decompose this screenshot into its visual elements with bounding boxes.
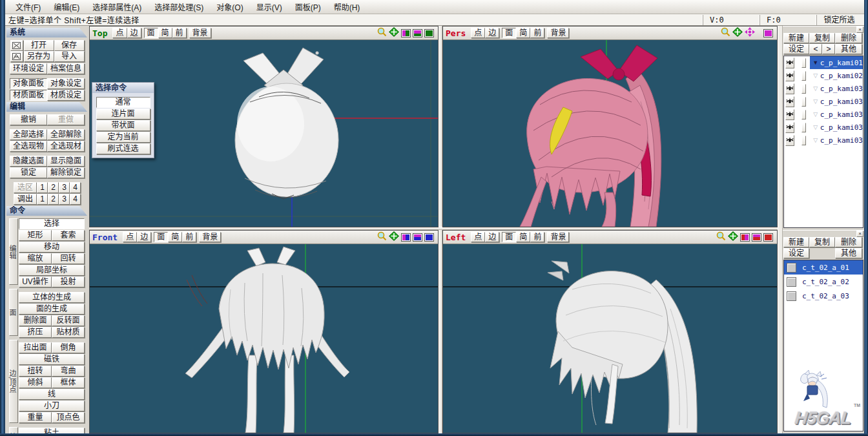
object-row[interactable]: ▽c_p_kami03 bbox=[784, 82, 863, 95]
object-new-button[interactable]: 新建 bbox=[783, 33, 809, 43]
object-name[interactable]: c_p_kami01 bbox=[820, 59, 863, 67]
object-panel-titlebar[interactable]: × bbox=[783, 26, 864, 32]
magnet-button[interactable]: 磁铁 bbox=[19, 354, 85, 365]
lock-selection-button[interactable]: 锁定所选 bbox=[816, 15, 862, 25]
material-name[interactable]: c_t_02_a_01 bbox=[802, 264, 849, 272]
object-name[interactable]: c_p_kami03 bbox=[820, 85, 863, 93]
unlock-button[interactable]: 解除锁定 bbox=[47, 167, 85, 178]
select-command-button[interactable]: 选择 bbox=[19, 218, 85, 229]
move-button[interactable]: 移动 bbox=[19, 242, 85, 253]
front-view-chip-1[interactable] bbox=[401, 233, 411, 242]
deselect-all-button[interactable]: 全部解除 bbox=[47, 129, 85, 140]
weight-button[interactable]: 重量 bbox=[19, 412, 52, 423]
hide-selected-button[interactable]: 隐藏选面 bbox=[10, 156, 47, 167]
material-settings-button2[interactable]: 设定 bbox=[783, 248, 809, 258]
material-delete-button[interactable]: 删除 bbox=[835, 237, 862, 247]
top-front-mode-button[interactable]: 前 bbox=[172, 28, 187, 38]
top-view-chip-1[interactable] bbox=[401, 29, 411, 37]
save-as-button[interactable]: 另存为 bbox=[24, 51, 54, 62]
bevel-button[interactable]: 倒角 bbox=[52, 342, 85, 353]
expand-triangle-icon[interactable]: ▽ bbox=[811, 124, 820, 130]
tab-face-commands[interactable]: 面 bbox=[9, 289, 18, 336]
uv-operate-button[interactable]: UV操作 bbox=[19, 276, 52, 287]
left-simple-mode-button[interactable]: 简 bbox=[516, 232, 530, 242]
object-row[interactable]: ▽c_p_kami02 bbox=[784, 69, 863, 82]
solid-generate-button[interactable]: 立体的生成 bbox=[19, 292, 85, 303]
material-settings-button[interactable]: 材质设定 bbox=[47, 90, 85, 101]
left-face-mode-button[interactable]: 面 bbox=[502, 232, 516, 242]
object-name[interactable]: c_p_kami03 bbox=[820, 98, 863, 106]
menu-selection-attr[interactable]: 选择部属性(A) bbox=[86, 0, 148, 14]
front-pan-icon[interactable] bbox=[389, 231, 399, 243]
lock-checkbox[interactable] bbox=[801, 136, 806, 145]
visibility-eye-icon[interactable] bbox=[785, 57, 794, 68]
top-point-mode-button[interactable]: 点 bbox=[112, 28, 127, 38]
left-background-button[interactable]: 背景 bbox=[547, 232, 569, 242]
material-new-button[interactable]: 新建 bbox=[783, 237, 809, 247]
object-other-button[interactable]: 其他 bbox=[835, 44, 862, 54]
top-background-button[interactable]: 背景 bbox=[189, 28, 211, 38]
front-view-chip-3[interactable] bbox=[424, 233, 434, 242]
object-name[interactable]: c_p_kami03 bbox=[820, 110, 863, 119]
pers-simple-mode-button[interactable]: 简 bbox=[516, 28, 530, 38]
zone-slot-4[interactable]: 4 bbox=[70, 182, 81, 193]
invert-face-button[interactable]: 反转面 bbox=[52, 315, 85, 326]
import-button[interactable]: 导入 bbox=[54, 51, 85, 62]
front-point-mode-button[interactable]: 点 bbox=[123, 232, 137, 242]
menu-file[interactable]: 文件(F) bbox=[9, 0, 47, 14]
front-zoom-icon[interactable] bbox=[377, 231, 387, 243]
material-panel-toggle[interactable]: 材质面板 bbox=[10, 90, 47, 101]
menu-panel[interactable]: 面板(P) bbox=[289, 0, 327, 14]
pers-view-chip-1[interactable] bbox=[763, 29, 773, 37]
recall-slot-3[interactable]: 3 bbox=[59, 194, 70, 205]
select-command-panel-title[interactable]: 选择命令 bbox=[92, 83, 154, 93]
visibility-eye-icon[interactable] bbox=[785, 135, 794, 146]
lock-button[interactable]: 锁定 bbox=[10, 167, 47, 178]
menu-help[interactable]: 帮助(H) bbox=[327, 0, 367, 14]
object-name[interactable]: c_p_kami02 bbox=[820, 72, 863, 80]
visibility-eye-icon[interactable] bbox=[785, 109, 794, 120]
lock-checkbox[interactable] bbox=[801, 58, 806, 68]
front-view-chip-2[interactable] bbox=[413, 233, 422, 242]
pers-edge-mode-button[interactable]: 边 bbox=[485, 28, 499, 38]
left-zoom-icon[interactable] bbox=[716, 231, 726, 243]
set-as-current-button[interactable]: 定为当前 bbox=[96, 132, 150, 143]
object-row[interactable]: ▽c_p_kami03 bbox=[784, 134, 863, 147]
bend-button[interactable]: 弯曲 bbox=[52, 366, 85, 377]
object-settings-button[interactable]: 对象设定 bbox=[47, 78, 85, 89]
menu-object[interactable]: 对象(O) bbox=[210, 0, 249, 14]
pers-background-button[interactable]: 背景 bbox=[547, 28, 569, 38]
tab-edge-vertex-commands[interactable]: 边,顶点 bbox=[9, 340, 18, 423]
recall-slot-4[interactable]: 4 bbox=[70, 194, 81, 205]
tab-special-commands[interactable]: 特殊 bbox=[9, 427, 18, 433]
left-edge-mode-button[interactable]: 边 bbox=[485, 232, 499, 242]
material-name[interactable]: c_t_02_a_03 bbox=[802, 292, 849, 300]
apply-material-button[interactable]: 贴材质 bbox=[52, 327, 85, 338]
expand-triangle-icon[interactable]: ▽ bbox=[811, 72, 820, 79]
pers-point-mode-button[interactable]: 点 bbox=[471, 28, 485, 38]
object-row[interactable]: ▼c_p_kami01 bbox=[784, 56, 863, 69]
vertex-color-button[interactable]: 顶点色 bbox=[52, 412, 85, 423]
top-zoom-icon[interactable] bbox=[377, 27, 387, 39]
object-delete-button[interactable]: 删除 bbox=[835, 33, 862, 43]
object-settings-button2[interactable]: 设定 bbox=[783, 44, 809, 54]
pers-zoom-icon[interactable] bbox=[720, 27, 730, 39]
lock-checkbox[interactable] bbox=[801, 110, 806, 119]
visibility-eye-icon[interactable] bbox=[785, 70, 794, 81]
material-copy-button[interactable]: 复制 bbox=[809, 237, 835, 247]
top-face-mode-button[interactable]: 面 bbox=[144, 28, 158, 38]
face-generate-button[interactable]: 面的生成 bbox=[19, 304, 85, 315]
pers-pan-icon[interactable] bbox=[732, 27, 743, 39]
top-view-chip-2[interactable] bbox=[413, 29, 422, 37]
brush-select-button[interactable]: 刷式连选 bbox=[96, 143, 150, 154]
tilt-button[interactable]: 倾斜 bbox=[19, 377, 52, 388]
local-coord-button[interactable]: 局部坐标 bbox=[19, 265, 85, 276]
menu-view[interactable]: 显示(V) bbox=[250, 0, 289, 14]
twist-button[interactable]: 扭转 bbox=[19, 366, 52, 377]
front-edge-mode-button[interactable]: 边 bbox=[137, 232, 151, 242]
panel-splitter[interactable] bbox=[778, 26, 783, 433]
expand-triangle-icon[interactable]: ▼ bbox=[811, 59, 820, 66]
lock-checkbox[interactable] bbox=[801, 123, 806, 132]
left-view-chip-1[interactable] bbox=[740, 233, 750, 242]
object-name[interactable]: c_p_kami03 bbox=[820, 123, 863, 132]
